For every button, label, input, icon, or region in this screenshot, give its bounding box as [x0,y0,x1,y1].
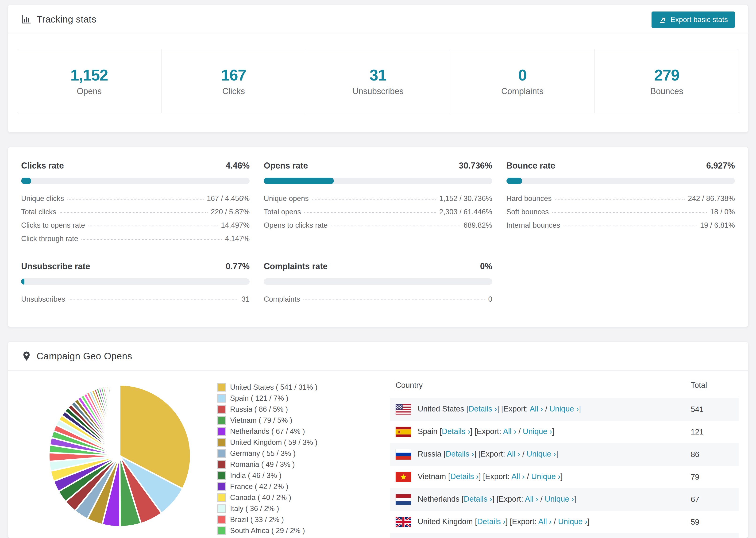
export-basic-stats-button[interactable]: Export basic stats [652,12,735,28]
rate-title: Clicks rate [21,161,64,171]
rate-row-value: 242 / 86.738% [688,194,735,203]
export-all-link[interactable]: All › [538,517,552,526]
legend-item-south-africa[interactable]: South Africa ( 29 / 2% ) [217,526,350,535]
legend-item-spain[interactable]: Spain ( 121 / 7% ) [217,394,350,403]
export-unique-link[interactable]: Unique › [545,495,574,503]
progress-bar-fill [21,178,31,184]
stat-value: 0 [518,66,527,84]
flag-icon-ru [396,449,411,459]
details-link[interactable]: Details › [477,517,506,526]
export-all-link[interactable]: All › [525,495,538,503]
punctuation: / [525,472,531,481]
legend-item-germany[interactable]: Germany ( 55 / 3% ) [217,449,350,458]
country-name: Vietnam [418,472,446,481]
stat-value: 167 [221,66,246,84]
legend-item-canada[interactable]: Canada ( 40 / 2% ) [217,493,350,502]
legend-swatch [217,505,226,513]
rate-title: Bounce rate [507,161,555,171]
rate-row-label: Internal bounces [507,221,560,230]
export-all-link[interactable]: All › [512,472,525,481]
legend-item-united-kingdom[interactable]: United Kingdom ( 59 / 3% ) [217,438,350,447]
legend-label: Brazil ( 33 / 2% ) [230,515,284,524]
export-unique-link[interactable]: Unique › [523,427,552,436]
dotted-leader [69,299,238,300]
flag-icon-vn [396,472,411,482]
total-cell: 86 [685,443,739,466]
punctuation: / [552,517,558,526]
rate-percent-value: 0.77% [226,261,249,271]
total-cell: 121 [685,421,739,443]
punctuation: ] [Export: [492,495,525,503]
rate-block-opens-rate: Opens rate30.736%Unique opens1,152 / 30.… [264,161,492,248]
legend-item-united-states[interactable]: United States ( 541 / 31% ) [217,383,350,392]
table-row: Netherlands [Details ›] [Export: All › /… [390,488,739,511]
legend-item-russia[interactable]: Russia ( 86 / 5% ) [217,405,350,413]
export-icon [659,16,667,24]
rate-block-unsubscribe-rate: Unsubscribe rate0.77%Unsubscribes31 [21,261,249,308]
rate-rows: Hard bounces242 / 86.738%Soft bounces18 … [507,194,735,230]
export-all-link[interactable]: All › [503,427,516,436]
punctuation: [ [437,427,442,436]
dotted-leader [304,212,436,213]
legend-item-brazil[interactable]: Brazil ( 33 / 2% ) [217,515,350,524]
legend-label: United States ( 541 / 31% ) [230,383,317,392]
country-cell: Russia [Details ›] [Export: All › / Uniq… [390,443,685,466]
rate-row: Total opens2,303 / 61.446% [264,208,492,216]
details-link[interactable]: Details › [442,427,470,436]
rate-rows: Unsubscribes31 [21,295,249,303]
export-unique-link[interactable]: Unique › [527,450,556,458]
legend-item-netherlands[interactable]: Netherlands ( 67 / 4% ) [217,427,350,436]
rate-row: Complaints0 [264,295,492,303]
rate-row-value: 220 / 5.87% [211,208,249,216]
rate-row-value: 19 / 6.81% [700,221,735,230]
legend-item-italy[interactable]: Italy ( 36 / 2% ) [217,505,350,513]
geo-pie-chart [45,381,195,531]
rate-block-complaints-rate: Complaints rate0%Complaints0 [264,261,492,308]
legend-swatch [217,526,226,535]
legend-item-vietnam[interactable]: Vietnam ( 79 / 5% ) [217,416,350,425]
rate-percent-value: 4.46% [226,161,249,171]
rate-row: Unique clicks167 / 4.456% [21,194,249,203]
rate-title: Unsubscribe rate [21,261,90,271]
rate-title: Opens rate [264,161,308,171]
rate-row-label: Clicks to opens rate [21,221,85,230]
rate-row-label: Total clicks [21,208,56,216]
total-cell: 67 [685,488,739,511]
geo-opens-header: Campaign Geo Opens [8,342,748,371]
export-all-link[interactable]: All › [507,450,520,458]
country-name: Netherlands [418,495,459,503]
punctuation: [ [464,404,468,413]
export-unique-link[interactable]: Unique › [549,404,579,413]
stat-value: 1,152 [71,66,108,84]
rate-row: Total clicks220 / 5.87% [21,208,249,216]
legend-item-france[interactable]: France ( 42 / 2% ) [217,482,350,491]
table-row-partial [390,533,739,538]
legend-label: Romania ( 49 / 3% ) [230,460,295,469]
rate-row-label: Opens to clicks rate [264,221,328,230]
dotted-leader [67,199,203,199]
rate-row-value: 31 [242,295,249,303]
dotted-leader [60,212,207,213]
rate-head: Clicks rate4.46% [21,161,249,171]
geo-opens-title: Campaign Geo Opens [37,351,132,361]
progress-bar-fill [264,178,334,184]
legend-label: India ( 46 / 3% ) [230,471,282,480]
details-link[interactable]: Details › [464,495,492,503]
export-unique-link[interactable]: Unique › [558,517,587,526]
legend-item-romania[interactable]: Romania ( 49 / 3% ) [217,460,350,469]
country-cell: Vietnam [Details ›] [Export: All › / Uni… [390,466,685,488]
country-cell: United States [Details ›] [Export: All ›… [390,398,685,421]
table-row: Russia [Details ›] [Export: All › / Uniq… [390,443,739,466]
export-all-link[interactable]: All › [530,404,543,413]
export-unique-link[interactable]: Unique › [531,472,561,481]
details-link[interactable]: Details › [446,450,474,458]
details-link[interactable]: Details › [450,472,479,481]
punctuation: ] [587,517,590,526]
rates-grid-bottom: Unsubscribe rate0.77%Unsubscribes31Compl… [21,261,735,308]
details-link[interactable]: Details › [468,404,497,413]
rate-block-bounce-rate: Bounce rate6.927%Hard bounces242 / 86.73… [507,161,735,248]
geo-table: Country Total United States [Details ›] … [390,371,739,538]
legend-item-india[interactable]: India ( 46 / 3% ) [217,471,350,480]
stat-label: Clicks [222,86,245,96]
dotted-leader [312,199,436,199]
